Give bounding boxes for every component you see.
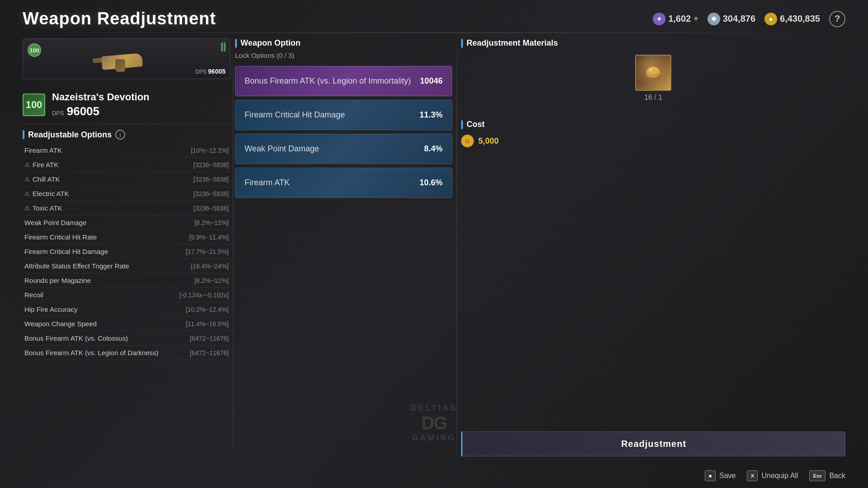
weapon-level-large: 100 — [23, 94, 45, 116]
option-card-name: Weak Point Damage — [245, 144, 319, 154]
back-key: Esc — [809, 470, 826, 481]
readjustable-options-list: Firearm ATK[10%~12.2%]⚠Fire ATK[3236~583… — [23, 143, 231, 360]
option-card-name: Firearm Critical Hit Damage — [245, 110, 345, 120]
left-panel: 100 DPS 96005 100 Nazeistra's Devoti — [23, 38, 231, 465]
plus-icon[interactable]: + — [693, 14, 698, 23]
svg-point-3 — [649, 68, 653, 71]
option-range: [3236~5838] — [193, 205, 229, 212]
header: Weapon Readjustment ✦ 1,602 + ❄ 304,876 … — [23, 9, 845, 28]
option-name: Weapon Change Speed — [24, 320, 97, 328]
option-range: [3236~5838] — [193, 176, 229, 183]
option-range: [10%~12.2%] — [191, 147, 229, 154]
silver-currency-value: 304,876 — [723, 14, 755, 24]
section-bar — [23, 130, 24, 139]
weapon-option-header: Weapon Option — [235, 38, 452, 48]
weapon-card-dps: DPS 96005 — [195, 68, 226, 75]
option-row[interactable]: Bonus Firearm ATK (vs. Colossus)[6472~11… — [23, 331, 231, 346]
option-range: [-0.124x~-0.102x] — [179, 291, 229, 299]
silver-currency-icon: ❄ — [708, 13, 720, 25]
option-range: [9.9%~11.4%] — [189, 234, 229, 241]
warning-icon: ⚠ — [24, 205, 30, 211]
help-button[interactable]: ? — [829, 11, 845, 27]
divider-mid-right — [457, 38, 457, 465]
weapon-name: Nazeistra's Devotion — [52, 91, 150, 103]
option-row[interactable]: Firearm Critical Hit Damage[17.7%~21.5%] — [23, 244, 231, 259]
weapon-option-card-0[interactable]: Bonus Firearm ATK (vs. Legion of Immorta… — [235, 66, 452, 96]
option-row[interactable]: Bonus Firearm ATK (vs. Legion of Darknes… — [23, 346, 231, 360]
material-count: 16 / 1 — [644, 94, 662, 102]
unequip-label: Unequip All — [761, 472, 798, 480]
weapon-option-section-bar — [235, 39, 237, 48]
option-name: Hip Fire Accuracy — [24, 305, 78, 313]
cost-row: G 5,000 — [461, 135, 845, 147]
lock-options-label: Lock Options (0 / 3) — [235, 52, 452, 59]
weapon-dps-row: DPS 96005 — [52, 104, 150, 118]
option-row[interactable]: ⚠Electric ATK[3236~5838] — [23, 187, 231, 201]
weapon-dps-value: 96005 — [67, 104, 99, 118]
option-row[interactable]: ⚠Fire ATK[3236~5838] — [23, 158, 231, 172]
weapon-card: 100 DPS 96005 — [23, 38, 231, 79]
option-name: Firearm Critical Hit Rate — [24, 233, 97, 241]
materials-title: Readjustment Materials — [467, 38, 558, 48]
divider-left-mid — [233, 38, 233, 465]
weapon-option-card-3[interactable]: Firearm ATK10.6% — [235, 168, 452, 198]
back-action[interactable]: Esc Back — [809, 470, 845, 481]
materials-section-bar — [461, 39, 463, 48]
option-range: [11.4%~16.5%] — [186, 320, 229, 328]
svg-marker-4 — [652, 65, 655, 69]
option-row[interactable]: Hip Fire Accuracy[10.2%~12.4%] — [23, 302, 231, 317]
option-name: Bonus Firearm ATK (vs. Colossus) — [24, 334, 128, 342]
cost-section-bar — [461, 120, 463, 129]
gold-coin-icon: G — [461, 135, 474, 147]
readjustable-options-header: Readjustable Options i — [23, 130, 231, 140]
readjustment-button[interactable]: Readjustment — [461, 432, 845, 456]
page-title: Weapon Readjustment — [23, 9, 216, 28]
purple-currency-icon: ✦ — [653, 13, 665, 25]
option-row[interactable]: Rounds per Magazine[8.2%~12%] — [23, 273, 231, 288]
back-label: Back — [829, 472, 845, 480]
save-key: ■ — [705, 470, 716, 481]
option-name: ⚠Fire ATK — [24, 161, 58, 169]
weapon-level-badge-small: 100 — [28, 43, 41, 57]
cost-value: 5,000 — [478, 136, 499, 146]
option-row[interactable]: Firearm Critical Hit Rate[9.9%~11.4%] — [23, 230, 231, 244]
option-row[interactable]: Recoil[-0.124x~-0.102x] — [23, 288, 231, 302]
option-name: ⚠Chill ATK — [24, 175, 60, 183]
unequip-key: X — [747, 470, 758, 481]
info-icon[interactable]: i — [115, 130, 125, 140]
dps-label-text: DPS — [195, 69, 207, 75]
currency-purple: ✦ 1,602 + — [653, 13, 698, 25]
option-range: [16.4%~24%] — [191, 263, 229, 270]
middle-panel: Weapon Option Lock Options (0 / 3) Bonus… — [235, 38, 452, 465]
unequip-action[interactable]: X Unequip All — [747, 470, 798, 481]
svg-point-1 — [646, 67, 660, 78]
weapon-image-area — [46, 43, 208, 75]
svg-point-0 — [645, 68, 661, 80]
equip-bar-1 — [221, 42, 223, 52]
option-card-name: Firearm ATK — [245, 178, 290, 188]
option-card-name: Bonus Firearm ATK (vs. Legion of Immorta… — [245, 76, 411, 86]
cost-header: Cost — [461, 120, 845, 129]
weapon-option-card-1[interactable]: Firearm Critical Hit Damage11.3% — [235, 100, 452, 130]
equip-bar-2 — [224, 42, 226, 52]
weapon-option-card-2[interactable]: Weak Point Damage8.4% — [235, 134, 452, 164]
option-row[interactable]: Firearm ATK[10%~12.2%] — [23, 143, 231, 158]
option-range: [10.2%~12.4%] — [186, 306, 229, 313]
cost-title: Cost — [467, 120, 485, 129]
option-name: Bonus Firearm ATK (vs. Legion of Darknes… — [24, 349, 159, 357]
material-icon — [635, 55, 671, 91]
option-row[interactable]: ⚠Toxic ATK[3236~5838] — [23, 201, 231, 216]
option-name: Firearm ATK — [24, 146, 62, 154]
header-currencies: ✦ 1,602 + ❄ 304,876 ● 6,430,835 ? — [653, 11, 845, 27]
option-row[interactable]: Weapon Change Speed[11.4%~16.5%] — [23, 317, 231, 331]
option-row[interactable]: Weak Point Damage[8.2%~12%] — [23, 216, 231, 230]
weapon-option-cards: Bonus Firearm ATK (vs. Legion of Immorta… — [235, 66, 452, 198]
option-card-value: 8.4% — [424, 144, 443, 154]
option-range: [8.2%~12%] — [194, 277, 229, 284]
option-row[interactable]: ⚠Chill ATK[3236~5838] — [23, 172, 231, 187]
option-name: Attribute Status Effect Trigger Rate — [24, 262, 129, 270]
option-name: Firearm Critical Hit Damage — [24, 248, 108, 255]
option-range: [6472~11676] — [190, 349, 229, 357]
option-name: ⚠Electric ATK — [24, 190, 69, 197]
option-row[interactable]: Attribute Status Effect Trigger Rate[16.… — [23, 259, 231, 273]
